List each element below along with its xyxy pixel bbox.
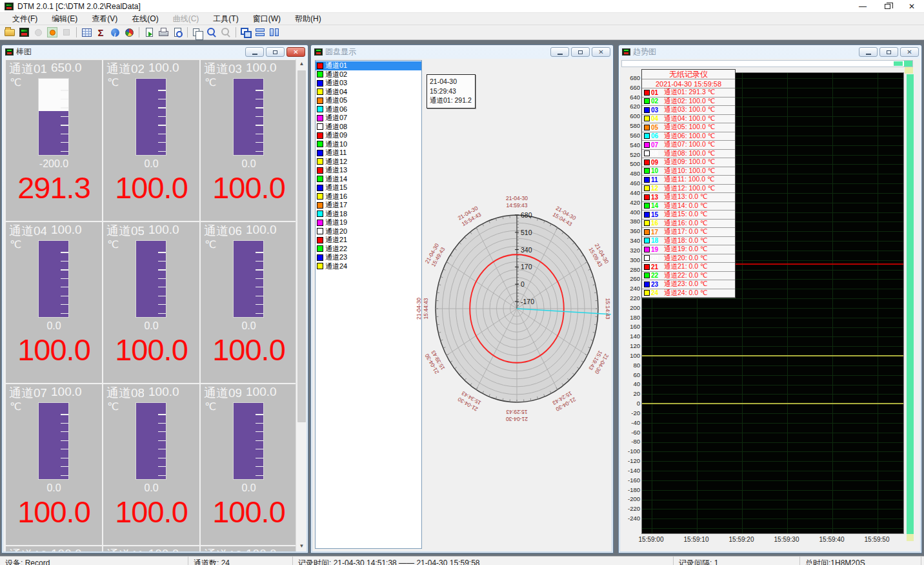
channel-list-item-02[interactable]: 通道02 <box>316 70 421 79</box>
trend-close-button[interactable]: ✕ <box>900 47 919 57</box>
channel-list-item-21[interactable]: 通道21 <box>316 236 421 245</box>
y-tick-label: 360 <box>622 227 640 234</box>
channel-list-item-24[interactable]: 通道24 <box>316 262 421 271</box>
data-table-button[interactable] <box>79 26 94 39</box>
channel-list-item-06[interactable]: 通道06 <box>316 105 421 114</box>
channel-list-item-19[interactable]: 通道19 <box>316 218 421 227</box>
scrollbar-thumb[interactable] <box>297 70 306 422</box>
legend-color-swatch <box>644 272 650 278</box>
print-button[interactable] <box>156 26 170 39</box>
channel-list-item-16[interactable]: 通道16 <box>316 192 421 201</box>
print-preview-button[interactable] <box>170 26 185 39</box>
legend-color-swatch <box>644 185 650 191</box>
channel-color-swatch <box>317 228 323 234</box>
minimize-button[interactable]: — <box>850 0 875 13</box>
disk-window-title-bar[interactable]: 圆盘显示 ✕ <box>311 45 613 58</box>
scrollbar-up-button[interactable]: ▲ <box>296 59 306 69</box>
bar-window-title-bar[interactable]: 棒图 ✕ <box>2 45 308 58</box>
trend-restore-button[interactable] <box>879 47 898 57</box>
channel-list-item-07[interactable]: 通道07 <box>316 114 421 123</box>
channel-list-item-12[interactable]: 通道12 <box>316 158 421 167</box>
channel-list-item-22[interactable]: 通道22 <box>316 245 421 254</box>
restore-button[interactable] <box>875 0 899 13</box>
menu-item-2[interactable]: 查看(V) <box>85 13 125 25</box>
legend-row-11: 11通道11: 100.0 ℃ <box>642 176 735 185</box>
cascade-windows-button[interactable] <box>239 26 253 39</box>
channel-list-item-08[interactable]: 通道08 <box>316 123 421 132</box>
trend-vertical-scrollbar[interactable] <box>907 74 914 534</box>
legend-row-05: 05通道05: 100.0 ℃ <box>642 123 735 132</box>
channel-list-item-15[interactable]: 通道15 <box>316 183 421 192</box>
tooltip-line: 21-04-30 <box>430 77 472 87</box>
trend-window-title-bar[interactable]: 趋势图 ✕ <box>619 45 921 58</box>
record-button[interactable] <box>45 26 59 39</box>
svg-text:0: 0 <box>521 280 525 288</box>
channel-list-item-04[interactable]: 通道04 <box>316 88 421 97</box>
legend-color-swatch <box>644 264 650 270</box>
channel-list-item-13[interactable]: 通道13 <box>316 166 421 175</box>
statistics-button[interactable]: Σ <box>94 26 108 39</box>
bar-minimize-button[interactable] <box>245 47 264 57</box>
h-scrollbar-thumb[interactable] <box>894 61 903 66</box>
tile-vertical-button[interactable] <box>267 26 281 39</box>
copy-button[interactable] <box>190 26 205 39</box>
bar-restore-button[interactable] <box>266 47 285 57</box>
trend-minimize-button[interactable] <box>859 47 878 57</box>
tile-horizontal-button[interactable] <box>253 26 267 39</box>
channel-list-item-23[interactable]: 通道23 <box>316 253 421 262</box>
channel-list-item-20[interactable]: 通道20 <box>316 227 421 236</box>
channel-color-swatch <box>317 141 323 147</box>
disk-restore-button[interactable] <box>571 47 590 57</box>
channel-list-item-10[interactable]: 通道10 <box>316 140 421 149</box>
channel-list: 通道01通道02通道03通道04通道05通道06通道07通道08通道09通道10… <box>315 60 422 549</box>
legend-color-swatch <box>644 220 650 226</box>
close-button[interactable]: ✕ <box>899 0 924 13</box>
bar-vertical-scrollbar[interactable]: ▲ ▼ <box>296 59 306 551</box>
menu-item-3[interactable]: 在线(O) <box>125 13 165 25</box>
channel-list-item-03[interactable]: 通道03 <box>316 79 421 88</box>
bar-min-label: 0.0 <box>201 158 297 170</box>
channel-list-item-14[interactable]: 通道14 <box>316 175 421 184</box>
bar-cell-通道06: 通道06100.0℃0.0100.0 <box>201 222 297 383</box>
disk-minimize-button[interactable] <box>550 47 569 57</box>
channel-list-item-05[interactable]: 通道05 <box>316 96 421 105</box>
channel-list-item-11[interactable]: 通道11 <box>316 149 421 158</box>
open-file-button[interactable] <box>3 26 17 39</box>
polar-chart[interactable]: 6805103401700-17021-04-3014:59:4321-04-3… <box>414 196 612 422</box>
disk-window-icon <box>314 48 323 56</box>
pie-chart-button[interactable] <box>122 26 136 39</box>
channel-list-item-09[interactable]: 通道09 <box>316 131 421 140</box>
value-tooltip: 21-04-3015:29:43通道01: 291.2 <box>427 74 476 108</box>
menu-item-6[interactable]: 窗口(W) <box>246 13 288 25</box>
scrollbar-down-button[interactable]: ▼ <box>296 541 306 551</box>
trend-horizontal-scrollbar[interactable] <box>621 60 913 67</box>
toolbar-separator <box>236 27 236 37</box>
bar-grid: 通道01650.0℃-200.0291.3通道02100.0℃0.0100.0通… <box>6 60 297 551</box>
realtime-data-button[interactable] <box>17 26 31 39</box>
h-scrollbar-end[interactable] <box>904 61 912 67</box>
disk-close-button[interactable]: ✕ <box>592 47 610 57</box>
channel-list-item-18[interactable]: 通道18 <box>316 210 421 219</box>
zoom-button[interactable] <box>205 26 219 39</box>
gauge-ticks <box>256 406 263 476</box>
legend-channel-value: 通道14: 0.0 ℃ <box>664 201 708 211</box>
export-button[interactable] <box>142 26 156 39</box>
legend-channel-number: 03 <box>651 107 664 114</box>
channel-list-item-17[interactable]: 通道17 <box>316 201 421 210</box>
legend-channel-value: 通道06: 100.0 ℃ <box>664 132 716 141</box>
y-tick-label: 420 <box>622 199 640 206</box>
v-scrollbar-end[interactable] <box>907 534 914 541</box>
legend-channel-value: 通道08: 100.0 ℃ <box>664 149 716 158</box>
info-button[interactable] <box>108 26 122 39</box>
channel-list-item-01[interactable]: 通道01 <box>316 61 421 70</box>
toolbar-separator <box>187 27 188 37</box>
channel-color-swatch <box>317 167 323 174</box>
menu-item-7[interactable]: 帮助(H) <box>288 13 328 25</box>
menu-item-0[interactable]: 文件(F) <box>5 13 45 25</box>
menu-item-5[interactable]: 工具(T) <box>206 13 245 25</box>
bar-close-button[interactable]: ✕ <box>286 47 305 57</box>
menu-item-1[interactable]: 编辑(E) <box>45 13 85 25</box>
x-tick-label: 15:59:20 <box>722 536 761 543</box>
legend-channel-value: 通道07: 100.0 ℃ <box>664 140 716 149</box>
legend-channel-value: 通道23: 0.0 ℃ <box>664 280 708 289</box>
